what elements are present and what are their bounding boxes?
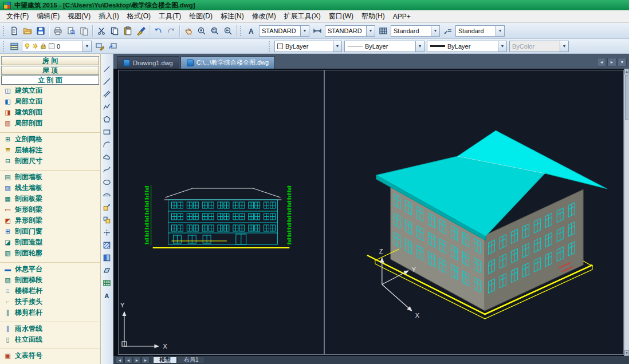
menu-item[interactable]: 文件(F) — [2, 10, 33, 22]
scroll-up-button[interactable]: ▲ — [624, 69, 629, 74]
sidebar-item[interactable]: ⊟ 剖面尺寸 — [0, 156, 100, 167]
menu-item[interactable]: 绘图(D) — [185, 10, 217, 22]
sidebar-item[interactable]: ◩ 异形剖梁 — [0, 215, 100, 226]
arc-tool[interactable] — [101, 139, 113, 150]
region-tool[interactable] — [101, 264, 113, 276]
menu-item[interactable]: 帮助(H) — [357, 10, 389, 22]
sidebar-item[interactable]: ▬ 休息平台 — [0, 264, 100, 275]
sidebar-item[interactable]: ≡ 楼梯栏杆 — [0, 286, 100, 296]
mleader-style-icon-button[interactable] — [441, 24, 454, 37]
chevron-down-icon[interactable]: ▼ — [82, 41, 91, 52]
vertical-scrollbar[interactable]: ▲ ▼ — [624, 69, 629, 356]
zoom-realtime-button[interactable] — [195, 24, 208, 37]
polyline-tool[interactable] — [101, 101, 113, 112]
layout-tab[interactable]: 模型 — [153, 357, 177, 363]
menu-item[interactable]: 视图(V) — [64, 10, 95, 22]
ellipse-arc-tool[interactable] — [101, 189, 113, 200]
sidebar-item[interactable]: ▨ 线生墙板 — [0, 183, 100, 193]
sidebar-item[interactable]: ⊞ 剖面门窗 — [0, 226, 100, 237]
open-button[interactable] — [21, 24, 34, 37]
sidebar-item[interactable]: ∥ 雨水管线 — [0, 323, 100, 334]
viewport-2d-elevation[interactable]: Y X — [118, 70, 324, 355]
construction-line-tool[interactable] — [101, 76, 113, 87]
undo-button[interactable] — [151, 24, 164, 37]
hatch-tool[interactable] — [101, 239, 113, 251]
tab-scroll-right-button[interactable]: ► — [607, 58, 616, 66]
sidebar-item[interactable] — [0, 167, 100, 171]
chevron-down-icon[interactable]: ▼ — [415, 41, 424, 52]
menu-item[interactable]: 扩展工具(X) — [280, 10, 325, 22]
chevron-down-icon[interactable]: ▼ — [300, 26, 309, 36]
table-style-select[interactable]: Standard ▼ — [391, 25, 440, 37]
sidebar-item[interactable]: ◨ 建筑剖面 — [0, 107, 100, 118]
save-button[interactable] — [34, 24, 47, 37]
sidebar-item[interactable]: ▥ 局部剖面 — [0, 118, 100, 129]
publish-button[interactable] — [77, 24, 91, 37]
document-tab[interactable]: Drawing1.dwg — [117, 56, 179, 69]
text-style-icon-button[interactable]: A — [245, 24, 258, 37]
viewport-3d-model[interactable]: Z Y X — [324, 70, 624, 355]
make-object-layer-current-button[interactable] — [93, 39, 106, 53]
rectangle-tool[interactable] — [101, 126, 113, 137]
make-block-tool[interactable] — [101, 214, 113, 225]
mtext-tool[interactable]: A — [101, 290, 113, 301]
table-tool[interactable] — [101, 277, 113, 288]
document-tab[interactable]: C:\...\教学综合楼全图.dwg — [180, 56, 276, 69]
menu-item[interactable]: 格式(O) — [123, 10, 155, 22]
toolbar-grip[interactable] — [3, 26, 6, 36]
scroll-down-button[interactable]: ▼ — [624, 350, 629, 356]
chevron-down-icon[interactable]: ▼ — [498, 41, 506, 52]
layout-tab[interactable]: 布局1 — [178, 357, 205, 363]
pan-button[interactable] — [182, 24, 195, 37]
sidebar-item[interactable]: ▣ 文表符号 — [0, 350, 100, 361]
layer-previous-button[interactable] — [106, 39, 119, 53]
copy-button[interactable] — [108, 24, 121, 37]
sidebar-item[interactable]: ▧ 剖面轮廓 — [0, 248, 100, 259]
dim-style-select[interactable]: STANDARD ▼ — [325, 25, 375, 37]
menu-item[interactable]: APP+ — [389, 11, 415, 22]
tab-scroll-left-button[interactable]: ◄ — [597, 58, 606, 66]
sidebar-item[interactable]: ▯ 柱立面线 — [0, 334, 100, 345]
spline-tool[interactable] — [101, 164, 113, 175]
sidebar-item[interactable]: ▦ 剖面板梁 — [0, 193, 100, 204]
sidebar-section-header[interactable]: 立 剖 面 — [1, 76, 99, 85]
toolbar-grip[interactable] — [269, 41, 272, 52]
layer-select[interactable]: 0 ▼ — [22, 41, 92, 52]
mleader-style-select[interactable]: Standard ▼ — [455, 25, 505, 37]
text-style-select[interactable]: STANDARD ▼ — [259, 25, 309, 37]
sidebar-item[interactable]: ◧ 局部立面 — [0, 96, 100, 107]
print-button[interactable] — [51, 24, 64, 37]
gradient-tool[interactable] — [101, 252, 113, 263]
toolbar-grip[interactable] — [3, 41, 6, 52]
chevron-down-icon[interactable]: ▼ — [431, 26, 439, 36]
sidebar-item[interactable]: ◫ 建筑立面 — [0, 85, 100, 96]
chevron-down-icon[interactable]: ▼ — [333, 41, 341, 52]
lineweight-select[interactable]: ByLayer ▼ — [427, 41, 507, 52]
layout-nav-button[interactable]: ► — [141, 357, 150, 363]
menu-item[interactable]: 插入(I) — [95, 10, 123, 22]
sidebar-item[interactable]: ≣ 层轴标注 — [0, 145, 100, 156]
scrollbar-thumb[interactable] — [625, 75, 628, 120]
menu-item[interactable]: 编辑(E) — [33, 10, 64, 22]
insert-block-tool[interactable] — [101, 201, 113, 213]
line-tool[interactable] — [101, 63, 113, 74]
double-line-tool[interactable] — [101, 88, 113, 100]
layout-nav-button[interactable]: ► — [133, 357, 141, 363]
layout-nav-button[interactable]: ◄ — [116, 357, 124, 363]
layout-nav-button[interactable]: ◄ — [124, 357, 132, 363]
table-style-icon-button[interactable] — [376, 24, 390, 37]
print-preview-button[interactable] — [64, 24, 77, 37]
paste-button[interactable] — [121, 24, 134, 37]
sidebar-item[interactable] — [0, 318, 100, 322]
layer-properties-button[interactable] — [7, 39, 21, 53]
sidebar-item[interactable] — [0, 129, 100, 133]
sidebar-item[interactable]: ∥ 梯剪栏杆 — [0, 307, 100, 318]
chevron-down-icon[interactable]: ▼ — [366, 26, 375, 36]
revision-cloud-tool[interactable] — [101, 151, 113, 163]
redo-button[interactable] — [164, 24, 178, 37]
toolbar-grip[interactable] — [240, 26, 243, 36]
menu-item[interactable]: 标注(N) — [217, 10, 248, 22]
menu-item[interactable]: 修改(M) — [248, 10, 280, 22]
color-select[interactable]: ByLayer ▼ — [274, 41, 342, 52]
zoom-previous-button[interactable] — [221, 24, 234, 37]
